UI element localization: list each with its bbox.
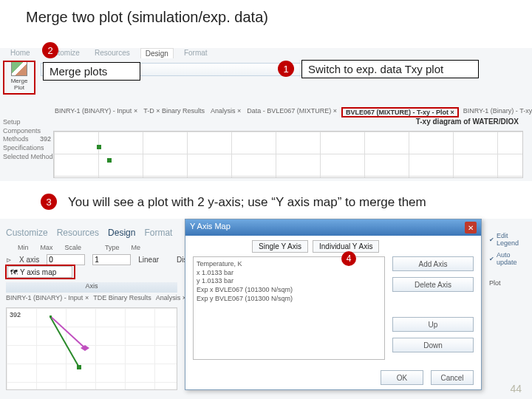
callout-merge-plots: Merge plots bbox=[43, 62, 140, 81]
dialog-tabs: Single Y Axis Individual Y Axis bbox=[185, 236, 481, 253]
list-item[interactable]: Exp y BVLE067 (101300 N/sqm) bbox=[197, 295, 381, 304]
document-tabs-bottom: BINRY-1 (BINARY) - Input × TDE Binary Re… bbox=[6, 294, 208, 301]
down-button[interactable]: Down bbox=[392, 338, 474, 352]
y-tick: 392 bbox=[40, 135, 51, 143]
cancel-button[interactable]: Cancel bbox=[431, 370, 474, 385]
col: Scale bbox=[65, 244, 82, 251]
screenshot-bottom: Customize Resources Design Format Plot M… bbox=[0, 219, 532, 399]
ribbon-tab-active[interactable]: Design bbox=[108, 228, 135, 238]
tree-item[interactable]: Selected Methods bbox=[3, 153, 56, 162]
doc-tab[interactable]: Analysis × bbox=[156, 294, 186, 301]
list-item[interactable]: x 1.0133 bar bbox=[197, 269, 381, 278]
step-badge-2: 2 bbox=[42, 42, 58, 58]
close-icon[interactable]: ✕ bbox=[465, 222, 477, 233]
dialog-title: Y Axis Map bbox=[190, 222, 231, 233]
ribbon-tab[interactable]: Resources bbox=[57, 228, 99, 238]
ribbon-tab[interactable]: Customize bbox=[6, 228, 48, 238]
doc-tab[interactable]: T-D × Binary Results bbox=[142, 107, 206, 117]
right-panel: Edit Legend Auto update Plot bbox=[489, 232, 532, 287]
ok-button[interactable]: OK bbox=[381, 370, 423, 385]
ribbon-tab[interactable]: Resources bbox=[90, 48, 134, 58]
xaxis-min-input[interactable] bbox=[47, 254, 85, 265]
plot-title: T-xy diagram of WATER/DIOX bbox=[416, 117, 519, 126]
tree-item[interactable]: Specifications bbox=[3, 144, 56, 153]
slide-number: 44 bbox=[510, 383, 522, 395]
y-axis-map-dialog: Y Axis Map ✕ Single Y Axis Individual Y … bbox=[185, 219, 482, 390]
add-axis-button[interactable]: Add Axis bbox=[392, 256, 474, 271]
plot-group-label: Plot bbox=[489, 279, 501, 287]
xaxis-label: X axis bbox=[19, 256, 39, 264]
dialog-ok-row: OK Cancel bbox=[381, 370, 474, 385]
dialog-buttons: Add Axis Delete Axis Up Down bbox=[392, 256, 474, 352]
tab-single-yaxis[interactable]: Single Y Axis bbox=[252, 240, 308, 253]
doc-tab[interactable]: TDE Binary Results bbox=[93, 294, 151, 301]
doc-tab[interactable]: BINRY-1 (BINARY) - Input × bbox=[6, 294, 89, 301]
list-item[interactable]: Exp x BVLE067 (101300 N/sqm) bbox=[197, 286, 381, 295]
step-3-text: You will see a plot with 2 y-axis; use “… bbox=[68, 195, 426, 210]
delete-axis-button[interactable]: Delete Axis bbox=[392, 277, 474, 292]
col: Max bbox=[41, 244, 53, 251]
xaxis-max-input[interactable] bbox=[92, 254, 131, 265]
auto-update-toggle[interactable]: Auto update bbox=[489, 251, 532, 266]
doc-tab[interactable]: BINRY-1 (BINARY) - Input × bbox=[53, 107, 139, 117]
col: Me bbox=[132, 244, 141, 251]
ribbon-tab[interactable]: Home bbox=[6, 48, 35, 58]
svg-line-0 bbox=[50, 316, 79, 367]
y-tick-r: 392 bbox=[10, 311, 21, 318]
svg-rect-3 bbox=[77, 365, 81, 369]
axis-group-label: Axis bbox=[6, 282, 177, 293]
axis-listbox[interactable]: Temperature, K x 1.0133 bar y 1.0133 bar… bbox=[193, 256, 385, 360]
ribbon-tab[interactable]: Format bbox=[144, 228, 172, 238]
ribbon-tabs-top: Home Customize Resources Design Format bbox=[6, 48, 212, 58]
step-badge-4: 4 bbox=[341, 251, 356, 266]
callout-switch-plot: Switch to exp. data Txy plot bbox=[301, 60, 479, 78]
doc-tab[interactable]: Data - BVLE067 (MIXTURE) × bbox=[245, 107, 338, 117]
axis-table-header: Min Max Scale Type Me bbox=[6, 244, 140, 251]
highlight-merge-plot bbox=[3, 61, 35, 95]
xaxis-scale[interactable]: Linear bbox=[138, 256, 159, 264]
edit-legend-button[interactable]: Edit Legend bbox=[489, 232, 532, 247]
plot-area-bottom: 392 392 300 bbox=[6, 307, 177, 390]
up-button[interactable]: Up bbox=[392, 317, 474, 332]
doc-tab[interactable]: BINRY-1 (Binary) - T-xy - Plot × bbox=[462, 107, 532, 117]
highlight-yaxis-map bbox=[5, 265, 75, 279]
data-point-icon bbox=[107, 158, 112, 163]
document-tabs: BINRY-1 (BINARY) - Input × T-D × Binary … bbox=[53, 107, 526, 117]
slide-title: Merge two plot (simulation/exp. data) bbox=[26, 9, 268, 26]
svg-line-1 bbox=[50, 316, 85, 348]
col: Min bbox=[18, 244, 29, 251]
step-badge-3: 3 bbox=[41, 194, 57, 210]
plot-area-top bbox=[53, 131, 523, 178]
doc-tab[interactable]: Analysis × bbox=[209, 107, 242, 117]
svg-rect-2 bbox=[50, 316, 52, 318]
ribbon-tab-active[interactable]: Design bbox=[140, 48, 174, 58]
ribbon-tab[interactable]: Format bbox=[180, 48, 212, 58]
col: Type bbox=[105, 244, 120, 251]
dialog-titlebar[interactable]: Y Axis Map ✕ bbox=[185, 219, 481, 236]
tree-item[interactable]: Setup bbox=[3, 118, 56, 127]
tree-item[interactable]: Components bbox=[3, 127, 56, 136]
step-badge-1: 1 bbox=[278, 61, 294, 77]
data-point-icon bbox=[97, 145, 101, 149]
list-item[interactable]: y 1.0133 bar bbox=[197, 277, 381, 286]
doc-tab-highlight[interactable]: BVLE067 (MIXTURE) - T-xy - Plot × bbox=[341, 107, 459, 117]
plot-lines-icon bbox=[50, 316, 109, 375]
